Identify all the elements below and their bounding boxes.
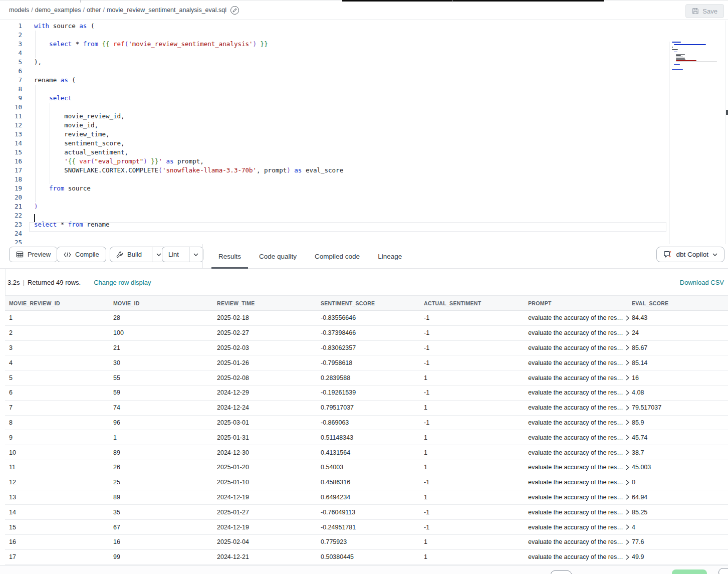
table-row: 12252025-01-100.4586316-1evaluate the ac…: [5, 475, 728, 490]
cell-actual-sentiment: 1: [420, 370, 524, 385]
cell-movie-id: 1: [109, 430, 213, 445]
table-row: 21002025-02-27-0.37398466-1evaluate the …: [5, 326, 728, 341]
cell-review-time: 2025-02-03: [213, 341, 317, 355]
dbt-copilot-button[interactable]: dbt Copilot: [656, 247, 724, 262]
active-tab-underline: [211, 267, 248, 269]
line-number: 5: [0, 58, 22, 67]
minimap[interactable]: [669, 42, 724, 244]
cell-review-time: 2025-03-01: [213, 416, 317, 430]
code-icon: [64, 252, 71, 258]
prompt-preview-text: evaluate the accuracy of the res…: [528, 314, 623, 321]
line-number: 23: [0, 220, 22, 229]
code-line: [34, 49, 343, 58]
cell-prompt: evaluate the accuracy of the res…: [524, 520, 628, 534]
tab-compiled-code[interactable]: Compiled code: [314, 244, 361, 269]
file-status-icon: [230, 6, 239, 15]
cell-movie-review-id: 7: [5, 401, 109, 415]
code-line: ): [34, 202, 343, 211]
cell-prompt: evaluate the accuracy of the res…: [524, 416, 628, 430]
cell-sentiment-score: 0.50380445: [317, 550, 420, 564]
cell-movie-review-id: 2: [5, 326, 109, 340]
download-csv-link[interactable]: Download CSV: [680, 269, 724, 295]
partial-button[interactable]: [718, 568, 728, 574]
cell-prompt: evaluate the accuracy of the res…: [524, 341, 628, 355]
tab-label: Code quality: [259, 253, 297, 260]
line-number: 15: [0, 148, 22, 157]
cell-movie-review-id: 8: [5, 416, 109, 430]
prompt-preview-text: evaluate the accuracy of the res…: [528, 329, 623, 336]
line-number: 6: [0, 67, 22, 76]
line-number: 21: [0, 202, 22, 211]
partial-button[interactable]: [551, 570, 572, 574]
cell-sentiment-score: -0.76049113: [317, 505, 420, 519]
cell-actual-sentiment: 1: [420, 401, 524, 415]
partial-success-button[interactable]: [672, 569, 707, 574]
table-body: 1282025-02-18-0.83556646-1evaluate the a…: [5, 311, 728, 565]
code-line: [34, 103, 343, 112]
prompt-preview-text: evaluate the accuracy of the res…: [528, 419, 623, 426]
save-button[interactable]: Save: [685, 4, 724, 18]
table-row: 17992024-12-210.503804451evaluate the ac…: [5, 550, 728, 565]
cell-movie-id: 89: [109, 445, 213, 460]
tab-code-quality[interactable]: Code quality: [258, 244, 298, 269]
cell-sentiment-score: -0.83062357: [317, 341, 420, 355]
cell-movie-id: 21: [109, 341, 213, 355]
window-artifact-bar: [342, 0, 604, 2]
lint-button[interactable]: Lint: [162, 247, 185, 262]
cell-eval-score: 24: [628, 326, 728, 340]
code-line: SNOWFLAKE.CORTEX.COMPLETE('snowflake-lla…: [34, 166, 343, 175]
tab-results[interactable]: Results: [217, 244, 242, 269]
cell-movie-review-id: 14: [5, 505, 109, 519]
lint-dropdown-button[interactable]: [189, 247, 203, 262]
prompt-preview-text: evaluate the accuracy of the res…: [528, 553, 623, 560]
cell-eval-score: 45.74: [628, 430, 728, 445]
line-number: 1: [0, 22, 22, 31]
save-icon: [692, 8, 699, 15]
tab-label: Results: [218, 253, 241, 260]
preview-button[interactable]: Preview: [9, 247, 58, 262]
cell-review-time: 2025-02-27: [213, 326, 317, 340]
cell-review-time: 2025-01-20: [213, 460, 317, 475]
prompt-preview-text: evaluate the accuracy of the res…: [528, 479, 623, 486]
line-number: 9: [0, 94, 22, 103]
code-line: [34, 175, 343, 184]
cell-eval-score: 84.43: [628, 311, 728, 325]
change-row-display-link[interactable]: Change row display: [94, 279, 151, 286]
cell-actual-sentiment: 1: [420, 550, 524, 564]
tab-divider-tick: [452, 0, 452, 3]
copilot-label: dbt Copilot: [676, 251, 708, 258]
cell-prompt: evaluate the accuracy of the res…: [524, 355, 628, 370]
line-number: 22: [0, 211, 22, 220]
sql-code-editor[interactable]: 1234567891011121314151617181920212223242…: [0, 21, 728, 244]
cell-sentiment-score: 0.775923: [317, 535, 420, 549]
breadcrumb-segment: models: [9, 7, 29, 14]
compile-button[interactable]: Compile: [57, 247, 106, 262]
cell-sentiment-score: 0.51148343: [317, 430, 420, 445]
cell-actual-sentiment: -1: [420, 311, 524, 325]
cell-actual-sentiment: 1: [420, 535, 524, 549]
cell-movie-review-id: 15: [5, 520, 109, 534]
build-button[interactable]: Build: [110, 247, 148, 262]
cell-eval-score: 64.94: [628, 490, 728, 505]
editor-scrollbar-thumb[interactable]: [726, 110, 728, 115]
table-row: 13892024-12-190.64942341evaluate the acc…: [5, 490, 728, 505]
cell-actual-sentiment: -1: [420, 386, 524, 400]
column-header-review_time: REVIEW_TIME: [213, 296, 317, 310]
line-number: 16: [0, 157, 22, 166]
compile-label: Compile: [75, 251, 99, 258]
cell-review-time: 2024-12-24: [213, 401, 317, 415]
code-line: rename as (: [34, 76, 343, 85]
cell-movie-id: 89: [109, 490, 213, 505]
wrench-icon: [116, 251, 123, 258]
column-header-movie_id: MOVIE_ID: [109, 296, 213, 310]
cell-movie-review-id: 16: [5, 535, 109, 549]
line-numbers: 1234567891011121314151617181920212223242…: [0, 22, 22, 244]
results-tabs: ResultsCode qualityCompiled codeLineage: [210, 244, 403, 269]
cell-sentiment-score: -0.83556646: [317, 311, 420, 325]
line-number: 24: [0, 229, 22, 238]
prompt-preview-text: evaluate the accuracy of the res…: [528, 449, 623, 456]
tab-lineage[interactable]: Lineage: [377, 244, 403, 269]
column-header-prompt: PROMPT: [524, 296, 628, 310]
cell-sentiment-score: -0.24951781: [317, 520, 420, 534]
cell-actual-sentiment: -1: [420, 341, 524, 355]
